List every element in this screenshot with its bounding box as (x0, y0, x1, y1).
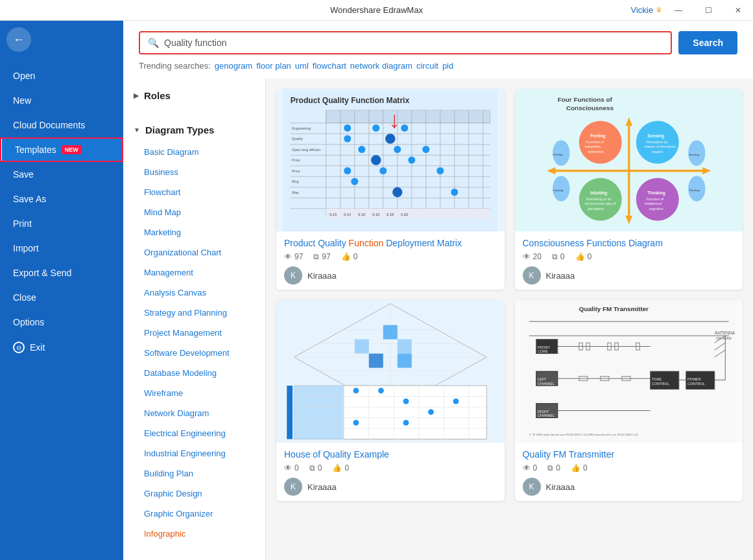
category-strategy-planning[interactable]: Strategy and Planning (123, 303, 265, 323)
category-business[interactable]: Business (123, 162, 265, 182)
card1-thumbnail[interactable]: Product Quality Function Matrix (276, 89, 505, 231)
sidebar-item-cloud[interactable]: Cloud Documents (0, 113, 123, 137)
search-button[interactable]: Search (678, 31, 737, 54)
category-industrial-eng[interactable]: Industrial Engineering (123, 443, 265, 463)
sidebar-item-open[interactable]: Open (0, 64, 123, 88)
maximize-button[interactable]: ☐ (693, 0, 723, 21)
trending-label: Trending searches: (139, 61, 211, 71)
sidebar-options-label: Options (13, 317, 44, 327)
svg-text:unconscious way of: unconscious way of (584, 202, 616, 205)
sidebar-item-new[interactable]: New (0, 88, 123, 113)
svg-text:Perceiving in an: Perceiving in an (586, 197, 611, 201)
card4-author-name: Kiraaaa (546, 482, 575, 492)
category-basic-diagram[interactable]: Basic Diagram (123, 142, 265, 162)
trending-uml[interactable]: uml (295, 61, 309, 71)
category-project-management[interactable]: Project Management (123, 323, 265, 343)
card1-author: K Kiraaaa (284, 266, 497, 285)
sidebar-exit-label: Exit (30, 342, 45, 353)
svg-text:CHANNEL: CHANNEL (537, 414, 554, 417)
close-button[interactable]: ✕ (723, 0, 753, 21)
sidebar-item-export[interactable]: Export & Send (0, 261, 123, 285)
category-building-plan[interactable]: Building Plan (123, 463, 265, 484)
sidebar-item-import[interactable]: Import (0, 236, 123, 261)
exit-icon: ⊖ (13, 342, 25, 353)
svg-point-26 (401, 124, 408, 132)
sidebar-item-save[interactable]: Save (0, 162, 123, 187)
category-marketing[interactable]: Marketing (123, 222, 265, 242)
card4-likes: 👍 0 (571, 463, 588, 472)
category-electrical-eng[interactable]: Electrical Engineering (123, 423, 265, 443)
category-database-modeling[interactable]: Database Modeling (123, 363, 265, 383)
svg-text:Sensing: Sensing (689, 153, 699, 156)
svg-point-38 (392, 187, 402, 197)
sidebar-close-label: Close (13, 292, 36, 303)
category-mind-map[interactable]: Mind Map (123, 202, 265, 222)
consciousness-svg: Four Functions of Consciousness (515, 89, 743, 231)
svg-text:perception: perception (587, 207, 604, 211)
content-area: 🔍 Search Trending searches: genogram flo… (123, 21, 753, 560)
window-controls: — ☐ ✕ (663, 0, 753, 21)
card4-info: Quality FM Transmitter 👁 0 ⧉ 0 👍 0 K Kir… (515, 443, 743, 501)
sidebar-item-exit[interactable]: ⊖ Exit (0, 334, 123, 360)
category-network-diagram[interactable]: Network Diagram (123, 403, 265, 423)
trending-circuit[interactable]: circuit (416, 61, 438, 71)
sidebar-item-print[interactable]: Print (0, 211, 123, 236)
category-infographic[interactable]: Infographic (123, 524, 265, 544)
trending-searches: Trending searches: genogram floor plan u… (139, 61, 737, 71)
category-management[interactable]: Management (123, 262, 265, 283)
svg-rect-99 (355, 340, 369, 354)
category-wireframe[interactable]: Wireframe (123, 383, 265, 403)
card3-thumbnail[interactable] (276, 300, 505, 443)
category-graphic-organizer[interactable]: Graphic Organizer (123, 504, 265, 524)
card2-title[interactable]: Consciousness Functions Diagram (523, 238, 735, 248)
card2-thumbnail[interactable]: Four Functions of Consciousness (515, 89, 743, 231)
card-consciousness: Four Functions of Consciousness (515, 89, 743, 290)
card-fm-transmitter: Quality FM Transmitter FRONT CORE LEFT (515, 300, 743, 501)
svg-text:OR WIRE: OR WIRE (715, 336, 731, 340)
trending-genogram[interactable]: genogram (215, 61, 253, 71)
roles-header[interactable]: ▶ Roles (123, 84, 265, 108)
main-layout: ← Open New Cloud Documents Templates NEW… (0, 21, 753, 560)
svg-text:0.15: 0.15 (329, 213, 337, 216)
card4-title[interactable]: Quality FM Transmitter (523, 449, 735, 460)
card3-title[interactable]: House of Quality Example (284, 449, 497, 460)
diagram-types-header[interactable]: ▼ Diagram Types (123, 118, 265, 142)
back-button[interactable]: ← (6, 27, 31, 52)
category-flowchart[interactable]: Flowchart (123, 182, 265, 202)
user-menu[interactable]: Vickie ♛ (631, 5, 662, 15)
roles-chevron-icon: ▶ (134, 92, 139, 99)
category-organizational-chart[interactable]: Organizational Chart (123, 242, 265, 262)
svg-text:LEFT: LEFT (537, 377, 546, 381)
svg-point-28 (385, 134, 395, 143)
sidebar-item-options[interactable]: Options (0, 310, 123, 334)
sidebar-item-saveas[interactable]: Save As (0, 187, 123, 211)
svg-point-39 (451, 189, 458, 196)
svg-point-37 (351, 178, 358, 185)
category-graphic-design[interactable]: Graphic Design (123, 484, 265, 504)
svg-point-36 (436, 167, 444, 174)
card3-avatar: K (284, 478, 302, 496)
minimize-button[interactable]: — (663, 0, 693, 21)
sidebar-item-close[interactable]: Close (0, 285, 123, 310)
sidebar-import-label: Import (13, 243, 39, 253)
svg-text:Mng: Mng (292, 180, 299, 183)
category-software-dev[interactable]: Software Development (123, 343, 265, 363)
trending-flowchart[interactable]: flowchart (313, 61, 346, 71)
trending-pid[interactable]: pid (442, 61, 453, 71)
trending-floorplan[interactable]: floor plan (256, 61, 291, 71)
search-input[interactable] (164, 32, 663, 53)
sidebar-item-templates[interactable]: Templates NEW (0, 137, 123, 162)
card1-views: 👁 97 (284, 252, 303, 261)
svg-rect-2 (326, 110, 490, 123)
svg-text:Thinking: Thinking (647, 191, 665, 196)
trending-networkdiagram[interactable]: network diagram (350, 61, 412, 71)
svg-text:organs: organs (651, 150, 662, 154)
svg-text:subjective: subjective (584, 145, 600, 148)
svg-point-117 (353, 388, 359, 393)
card1-title[interactable]: Product Quality Function Deployment Matr… (284, 238, 497, 248)
card4-thumbnail[interactable]: Quality FM Transmitter FRONT CORE LEFT (515, 300, 743, 443)
category-analysis-canvas[interactable]: Analysis Canvas (123, 283, 265, 303)
card2-title-text: Consciousness Functions Diagram (523, 238, 663, 248)
fm-transmitter-svg: Quality FM Transmitter FRONT CORE LEFT (515, 300, 743, 443)
card4-copies: ⧉ 0 (547, 463, 560, 472)
